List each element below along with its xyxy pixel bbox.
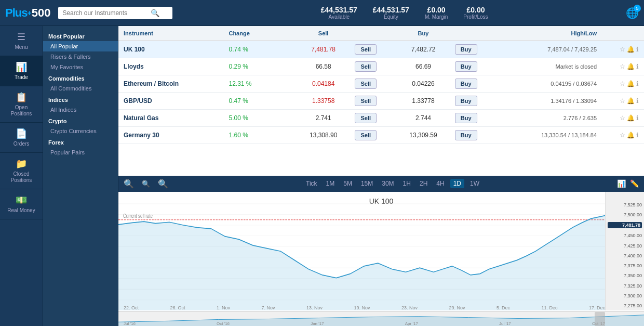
highlow-value: Market is closed [492, 63, 597, 70]
app-header: Plus+500 🔍 £44,531.57Available£44,531.57… [0, 0, 644, 26]
buy-btn-cell: Buy [455, 44, 492, 55]
app-container: Plus+500 🔍 £44,531.57Available£44,531.57… [0, 0, 644, 326]
nav-item-my-favorites[interactable]: My Favorites [43, 62, 118, 72]
globe-button[interactable]: 🌐 5 [626, 7, 639, 19]
buy-button[interactable]: Buy [455, 79, 477, 89]
nav-item-popular-pairs[interactable]: Popular Pairs [43, 147, 118, 158]
tf-2h[interactable]: 2H [417, 179, 431, 188]
y-label: 7,325.00 [608, 283, 642, 289]
stat-item: £44,531.57Available [321, 6, 357, 20]
info-icon[interactable]: ℹ [636, 132, 639, 139]
favorite-icon[interactable]: ☆ [620, 80, 625, 87]
sell-button[interactable]: Sell [355, 96, 377, 106]
row-actions: ☆ 🔔 ℹ [597, 97, 639, 105]
table-row[interactable]: Germany 30 1.60 % 13,308.90 Sell 13,309.… [118, 127, 644, 144]
favorite-icon[interactable]: ☆ [620, 132, 625, 139]
sidebar-item-real-money[interactable]: 💵 Real Money [0, 189, 43, 219]
stat-label: Profit/Loss [463, 14, 488, 20]
buy-button[interactable]: Buy [455, 96, 477, 106]
nav-item-crypto-currencies[interactable]: Crypto Currencies [43, 126, 118, 136]
table-row[interactable]: Ethereum / Bitcoin 12.31 % 0.04184 Sell … [118, 75, 644, 93]
table-row[interactable]: GBP/USD 0.47 % 1.33758 Sell 1.33778 Buy … [118, 93, 644, 110]
sidebar-label-menu: Menu [15, 44, 28, 50]
highlow-value: 2.776 / 2.635 [492, 115, 597, 121]
buy-button[interactable]: Buy [455, 113, 477, 123]
alert-icon[interactable]: 🔔 [627, 63, 635, 70]
sell-button[interactable]: Sell [355, 44, 377, 55]
tf-1w[interactable]: 1W [467, 179, 482, 188]
tf-1h[interactable]: 1H [400, 179, 414, 188]
change-value: 1.60 % [229, 132, 291, 139]
info-icon[interactable]: ℹ [636, 63, 639, 70]
zoom-out-button[interactable]: 🔍 [124, 179, 134, 189]
sell-button[interactable]: Sell [355, 113, 377, 123]
nav-section-crypto: Crypto [43, 115, 118, 126]
x-label: 11. Dec [541, 305, 557, 310]
x-label: 17. Dec [589, 305, 605, 310]
info-icon[interactable]: ℹ [636, 97, 639, 105]
sidebar-item-trade[interactable]: 📊 Trade [0, 56, 43, 86]
nav-item-all-commodities[interactable]: All Commodities [43, 83, 118, 94]
orders-icon: 📄 [16, 128, 27, 139]
alert-icon[interactable]: 🔔 [627, 132, 635, 139]
alert-icon[interactable]: 🔔 [627, 97, 635, 105]
sidebar-item-open-positions[interactable]: 📋 OpenPositions [0, 86, 43, 123]
alert-icon[interactable]: 🔔 [627, 46, 635, 53]
sell-button[interactable]: Sell [355, 130, 377, 140]
search-input[interactable] [62, 9, 151, 17]
tf-tick[interactable]: Tick [303, 179, 320, 188]
table-row[interactable]: Natural Gas 5.00 % 2.741 Sell 2.744 Buy … [118, 110, 644, 127]
y-label: 7,500.00 [608, 212, 642, 217]
zoom-reset-button[interactable]: 🔍 [158, 179, 168, 189]
tf-4h[interactable]: 4H [433, 179, 447, 188]
buy-button[interactable]: Buy [455, 44, 477, 55]
chart-type-button[interactable]: 📊 [617, 179, 626, 188]
nav-section-commodities: Commodities [43, 72, 118, 83]
favorite-icon[interactable]: ☆ [620, 97, 625, 105]
sidebar-item-closed-positions[interactable]: 📁 ClosedPositions [0, 153, 43, 189]
sidebar-label-closed-positions: ClosedPositions [11, 171, 32, 184]
closed-positions-icon: 📁 [16, 158, 27, 169]
nav-item-risers-fallers[interactable]: Risers & Fallers [43, 51, 118, 62]
nav-item-all-indices[interactable]: All Indices [43, 105, 118, 115]
sidebar-label-real-money: Real Money [7, 207, 35, 214]
tf-1m[interactable]: 1M [323, 179, 338, 188]
buy-btn-cell: Buy [455, 79, 492, 89]
sell-price: 13,308.90 [292, 132, 355, 139]
sidebar-item-menu[interactable]: ☰ Menu [0, 26, 43, 56]
info-icon[interactable]: ℹ [636, 46, 639, 53]
chart-draw-button[interactable]: ✏️ [630, 179, 639, 188]
row-actions: ☆ 🔔 ℹ [597, 46, 639, 53]
sidebar-item-orders[interactable]: 📄 Orders [0, 123, 43, 153]
tf-5m[interactable]: 5M [340, 179, 355, 188]
favorite-icon[interactable]: ☆ [620, 114, 625, 122]
buy-button[interactable]: Buy [455, 61, 477, 72]
tf-15m[interactable]: 15M [358, 179, 376, 188]
nav-item-all-popular[interactable]: All Popular [43, 41, 118, 51]
favorite-icon[interactable]: ☆ [620, 63, 625, 70]
mini-x-label: Oct '16 [217, 321, 230, 326]
x-label: 5. Dec [497, 305, 510, 310]
tf-30m[interactable]: 30M [379, 179, 397, 188]
sell-button[interactable]: Sell [355, 61, 377, 72]
tf-1d[interactable]: 1D [450, 179, 464, 188]
alert-icon[interactable]: 🔔 [627, 114, 635, 122]
table-row[interactable]: UK 100 0.74 % 7,481.78 Sell 7,482.72 Buy… [118, 41, 644, 58]
info-icon[interactable]: ℹ [636, 80, 639, 87]
x-label: 13. Nov [306, 305, 323, 310]
search-button[interactable]: 🔍 [151, 9, 159, 17]
table-row[interactable]: Lloyds 0.29 % 66.58 Sell 66.69 Buy Marke… [118, 58, 644, 75]
chart-scroll-indicator[interactable] [595, 312, 605, 326]
alert-icon[interactable]: 🔔 [627, 80, 635, 87]
mini-x-label: Jan '17 [311, 321, 324, 326]
stat-value: £44,531.57 [373, 6, 409, 14]
nav-panel: Most Popular All Popular Risers & Faller… [43, 26, 118, 326]
info-icon[interactable]: ℹ [636, 114, 639, 122]
buy-button[interactable]: Buy [455, 130, 477, 140]
main-layout: ☰ Menu 📊 Trade 📋 OpenPositions 📄 Orders … [0, 26, 644, 326]
zoom-in-button[interactable]: 🔍 [142, 180, 150, 188]
sidebar-label-trade: Trade [15, 74, 28, 81]
sell-button[interactable]: Sell [355, 79, 377, 89]
favorite-icon[interactable]: ☆ [620, 46, 625, 53]
row-actions: ☆ 🔔 ℹ [597, 114, 639, 122]
